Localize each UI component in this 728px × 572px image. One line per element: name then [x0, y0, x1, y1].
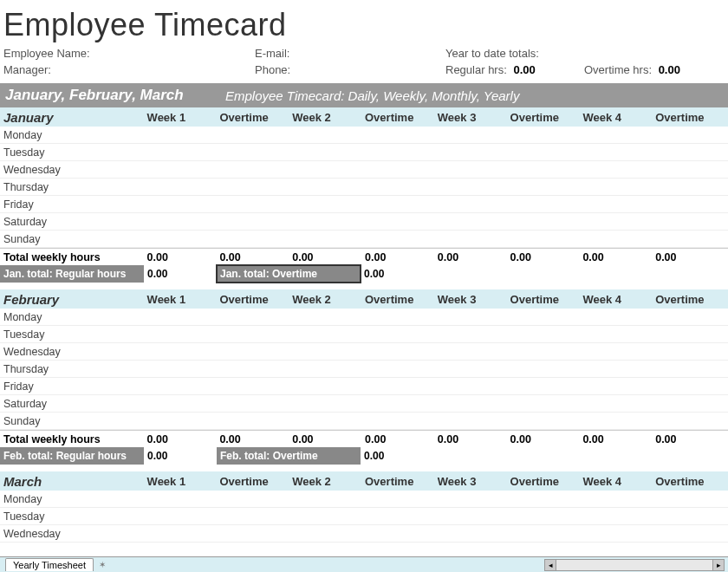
col-header: Overtime [365, 475, 438, 488]
sheet-tab-bar: Yearly Timesheet ✶ ◂ ▸ [0, 556, 728, 572]
day-label: Monday [0, 129, 147, 141]
day-row[interactable]: Monday [0, 309, 728, 326]
col-header: Week 3 [438, 293, 510, 306]
total-value: 0.00 [365, 251, 438, 263]
day-row[interactable]: Thursday [0, 361, 728, 378]
col-header: Overtime [365, 293, 438, 306]
total-value: 0.00 [292, 251, 365, 263]
day-row[interactable]: Sunday [0, 413, 728, 430]
day-label: Monday [0, 493, 147, 505]
ytd-label: Year to date totals: [445, 47, 539, 60]
day-label: Sunday [0, 415, 147, 427]
totals-label: Total weekly hours [0, 251, 147, 263]
day-row[interactable]: Thursday [0, 179, 728, 196]
info-row-1: Employee Name: E-mail: Year to date tota… [0, 45, 728, 62]
day-label: Friday [0, 380, 147, 393]
day-row[interactable]: Tuesday [0, 326, 728, 343]
total-value: 0.00 [219, 433, 292, 445]
col-header: Week 1 [147, 475, 220, 488]
regular-hrs-label: Regular hrs: [445, 63, 507, 76]
quarter-header: January, February, March Employee Timeca… [0, 83, 728, 107]
total-value: 0.00 [219, 251, 292, 263]
col-header: Week 4 [582, 111, 655, 124]
col-header: Overtime [655, 293, 728, 306]
col-header: Week 1 [147, 111, 220, 124]
day-label: Friday [0, 198, 147, 211]
quarter-subtitle: Employee Timecard: Daily, Weekly, Monthl… [225, 88, 519, 103]
totals-label: Total weekly hours [0, 433, 147, 445]
col-header: Overtime [655, 111, 728, 124]
col-header: Overtime [510, 475, 583, 488]
total-value: 0.00 [655, 433, 728, 445]
day-label: Thursday [0, 181, 147, 193]
document-title: Employee Timecard [0, 0, 728, 45]
total-value: 0.00 [655, 251, 728, 263]
month-february: February Week 1 Overtime Week 2 Overtime… [0, 289, 728, 465]
total-value: 0.00 [582, 433, 655, 445]
day-label: Saturday [0, 398, 147, 410]
summary-regular-value: 0.00 [144, 268, 217, 280]
summary-overtime-value: 0.00 [361, 450, 433, 462]
total-value: 0.00 [292, 433, 365, 445]
col-header: Overtime [219, 475, 292, 488]
day-row[interactable]: Friday [0, 196, 728, 213]
overtime-hrs-value: 0.00 [659, 63, 680, 76]
col-header: Week 1 [147, 293, 220, 306]
day-label: Wednesday [0, 528, 147, 540]
col-header: Week 4 [582, 293, 655, 306]
summary-regular-label: Feb. total: Regular hours [0, 447, 144, 465]
col-header: Overtime [365, 111, 438, 124]
day-row[interactable]: Tuesday [0, 508, 728, 525]
col-header: Overtime [219, 111, 292, 124]
summary-overtime-label[interactable]: Jan. total: Overtime [217, 265, 361, 283]
new-sheet-icon[interactable]: ✶ [99, 560, 106, 569]
totals-row: Total weekly hours 0.00 0.00 0.00 0.00 0… [0, 430, 728, 447]
day-label: Tuesday [0, 328, 147, 341]
quarter-title: January, February, March [0, 87, 225, 104]
sheet-tab-yearly[interactable]: Yearly Timesheet [5, 558, 94, 571]
col-header: Overtime [510, 293, 583, 306]
day-row[interactable]: Monday [0, 127, 728, 144]
email-label: E-mail: [255, 47, 289, 60]
total-value: 0.00 [365, 433, 438, 445]
total-value: 0.00 [438, 251, 510, 263]
day-row[interactable]: Sunday [0, 231, 728, 248]
month-name: February [0, 292, 147, 307]
month-january: January Week 1 Overtime Week 2 Overtime … [0, 107, 728, 283]
totals-row: Total weekly hours 0.00 0.00 0.00 0.00 0… [0, 248, 728, 265]
summary-row: Jan. total: Regular hours 0.00 Jan. tota… [0, 265, 728, 283]
col-header: Week 2 [292, 293, 365, 306]
day-row[interactable]: Wednesday [0, 343, 728, 361]
summary-regular-value: 0.00 [144, 450, 217, 462]
day-row[interactable]: Saturday [0, 213, 728, 231]
horizontal-scrollbar[interactable] [556, 559, 712, 571]
col-header: Week 3 [438, 475, 510, 488]
summary-regular-label: Jan. total: Regular hours [0, 265, 144, 283]
scroll-right-icon[interactable]: ▸ [712, 559, 725, 571]
day-row[interactable]: Wednesday [0, 161, 728, 179]
scroll-left-icon[interactable]: ◂ [544, 559, 556, 571]
month-name: January [0, 110, 147, 125]
col-header: Overtime [510, 111, 583, 124]
regular-hrs-value: 0.00 [513, 63, 535, 76]
col-header: Week 3 [438, 111, 510, 124]
day-label: Saturday [0, 216, 147, 228]
summary-overtime-label: Feb. total: Overtime [217, 447, 361, 465]
day-label: Tuesday [0, 510, 147, 523]
month-header: March Week 1 Overtime Week 2 Overtime We… [0, 471, 728, 491]
month-march: March Week 1 Overtime Week 2 Overtime We… [0, 471, 728, 543]
day-row[interactable]: Friday [0, 378, 728, 395]
col-header: Overtime [219, 293, 292, 306]
day-row[interactable]: Saturday [0, 395, 728, 413]
day-label: Thursday [0, 363, 147, 375]
day-row[interactable]: Tuesday [0, 144, 728, 161]
col-header: Week 4 [582, 475, 655, 488]
total-value: 0.00 [582, 251, 655, 263]
day-row[interactable]: Monday [0, 491, 728, 508]
total-value: 0.00 [147, 433, 220, 445]
overtime-hrs-label: Overtime hrs: [584, 63, 652, 76]
col-header: Week 2 [292, 475, 365, 488]
total-value: 0.00 [510, 433, 583, 445]
summary-overtime-value: 0.00 [361, 268, 433, 280]
day-row[interactable]: Wednesday [0, 525, 728, 543]
